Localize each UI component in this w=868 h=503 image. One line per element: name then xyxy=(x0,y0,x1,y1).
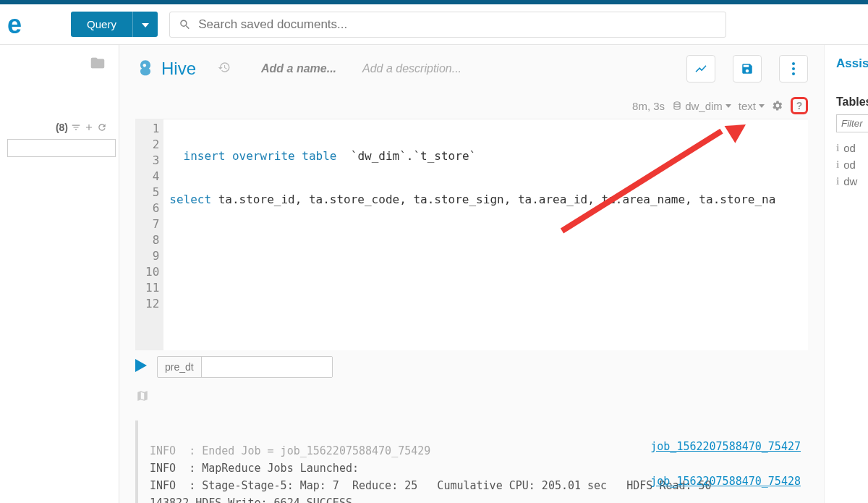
param-input[interactable] xyxy=(202,357,332,377)
add-name[interactable]: Add a name... xyxy=(261,62,336,75)
code-area[interactable]: insert overwrite table `dw_dim`.`t_store… xyxy=(163,119,781,350)
query-button-group: Query xyxy=(71,12,158,37)
chart-icon xyxy=(694,62,707,75)
engine-title[interactable]: Hive xyxy=(135,59,196,79)
right-sidebar: Assist Tables iod iod idw xyxy=(825,45,868,503)
job-link[interactable]: job_1562207588470_75427 xyxy=(650,438,801,455)
gear-icon xyxy=(772,100,783,111)
run-button[interactable] xyxy=(135,359,147,376)
table-item[interactable]: iod xyxy=(836,140,868,156)
save-button[interactable] xyxy=(733,55,762,83)
job-link[interactable]: job_1562207588470_75428 xyxy=(650,473,801,490)
editor-toolbar: 8m, 3s dw_dim text ? xyxy=(119,93,824,119)
log-line: INFO : Ended Job = job_1562207588470_754… xyxy=(150,444,430,457)
svg-point-1 xyxy=(792,67,795,70)
engine-label: Hive xyxy=(161,59,196,79)
header: e Query xyxy=(0,4,868,45)
tables-title: Tables xyxy=(836,96,868,109)
query-dropdown[interactable] xyxy=(132,12,158,37)
sidebar-filter-input[interactable] xyxy=(7,139,116,157)
table-list: iod iod idw xyxy=(836,140,868,190)
search-box[interactable] xyxy=(169,12,726,38)
type-selector[interactable]: text xyxy=(739,100,765,112)
plus-icon[interactable] xyxy=(84,122,94,132)
search-input[interactable] xyxy=(198,17,717,32)
database-icon xyxy=(672,101,682,111)
settings-button[interactable] xyxy=(772,100,783,111)
left-sidebar: (8) xyxy=(0,45,119,503)
query-button[interactable]: Query xyxy=(71,12,132,37)
add-description[interactable]: Add a description... xyxy=(362,62,461,75)
editor-header: Hive Add a name... Add a description... xyxy=(119,45,824,93)
assist-title[interactable]: Assist xyxy=(836,56,868,71)
map-icon[interactable] xyxy=(135,389,824,406)
param-box: pre_dt xyxy=(157,356,333,378)
kebab-icon xyxy=(792,62,795,75)
chart-button[interactable] xyxy=(686,55,715,83)
database-selector[interactable]: dw_dim xyxy=(672,100,731,112)
caret-down-icon xyxy=(142,23,149,28)
history-icon[interactable] xyxy=(218,61,231,77)
table-item[interactable]: iod xyxy=(836,156,868,173)
run-row: pre_dt xyxy=(119,350,824,384)
hive-icon xyxy=(135,59,156,79)
code-editor[interactable]: 1 2 3 4 5 6 7 8 9 10 11 12 insert overwr… xyxy=(135,119,808,350)
tables-filter-input[interactable] xyxy=(836,114,868,132)
log-line: INFO : MapReduce Jobs Launched: xyxy=(150,462,359,475)
sidebar-count-row: (8) xyxy=(7,122,111,133)
sidebar-count: (8) xyxy=(56,122,68,133)
svg-point-0 xyxy=(792,62,795,65)
help-button[interactable]: ? xyxy=(791,97,808,114)
center-panel: Hive Add a name... Add a description... … xyxy=(119,45,825,503)
param-label: pre_dt xyxy=(158,357,202,377)
caret-down-icon xyxy=(726,104,731,108)
elapsed-time: 8m, 3s xyxy=(632,100,665,112)
log-line: INFO : Stage-Stage-5: Map: 7 Reduce: 25 … xyxy=(150,479,712,492)
filter-icon[interactable] xyxy=(71,122,81,132)
log-line: 143822 HDFS Write: 6624 SUCCESS xyxy=(150,496,352,503)
caret-down-icon xyxy=(759,104,765,108)
table-item[interactable]: idw xyxy=(836,173,868,190)
search-icon xyxy=(179,18,191,31)
svg-point-2 xyxy=(792,72,795,75)
save-icon xyxy=(741,62,754,75)
gutter: 1 2 3 4 5 6 7 8 9 10 11 12 xyxy=(135,119,163,350)
refresh-icon[interactable] xyxy=(97,122,107,132)
more-button[interactable] xyxy=(779,55,808,83)
app-logo: e xyxy=(7,9,20,40)
log-panel: INFO : Ended Job = job_1562207588470_754… xyxy=(135,420,808,503)
documents-icon[interactable] xyxy=(7,55,111,75)
main: (8) Hive Add a name... Add a description… xyxy=(0,45,868,503)
